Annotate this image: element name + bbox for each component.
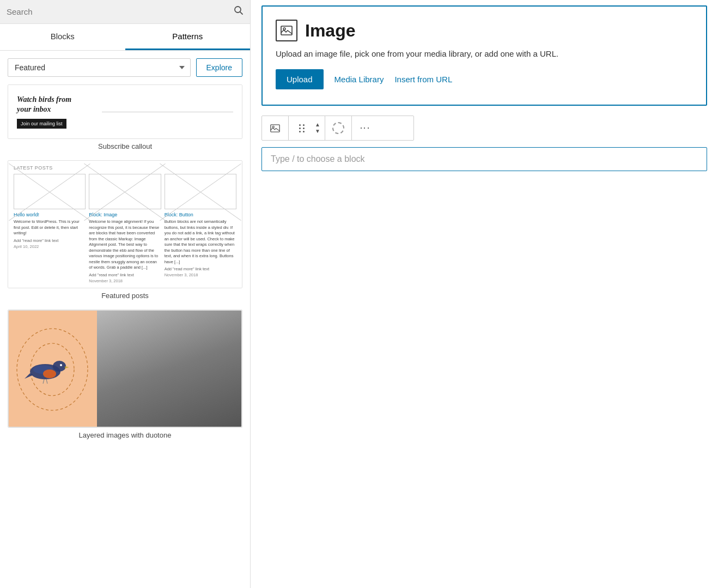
block-chooser[interactable]: Type / to choose a block: [261, 147, 707, 171]
image-block-header: Image: [276, 20, 693, 41]
post-col-1: Hello world! Welcome to WordPress. This …: [14, 174, 86, 283]
subscribe-callout-preview: Watch birds from your inbox Join our mai…: [8, 84, 242, 139]
post-readmore-3: Add "read more" link text: [165, 266, 236, 271]
svg-point-7: [43, 369, 56, 378]
featured-posts-label: Featured posts: [8, 292, 242, 300]
image-icon-box: [276, 20, 297, 41]
subscribe-callout-label: Subscribe callout: [8, 142, 242, 150]
drag-dots-icon: [298, 123, 306, 134]
move-down-btn[interactable]: ▼: [313, 128, 323, 135]
layered-image-preview: [8, 310, 242, 427]
image-actions: Upload Media Library Insert from URL: [276, 69, 693, 89]
toolbar-image-btn[interactable]: [264, 116, 286, 140]
toolbar-spinner-group: [325, 116, 352, 140]
post-date-3: November 3, 2018: [165, 272, 236, 277]
latest-posts-label: LATEST POSTS: [14, 165, 236, 171]
svg-point-9: [60, 364, 62, 366]
pattern-subscribe-callout[interactable]: Watch birds from your inbox Join our mai…: [8, 84, 242, 150]
toolbar-drag-group: ▲ ▼: [289, 116, 325, 140]
post-date-1: April 10, 2022: [14, 244, 86, 249]
drag-handle-btn[interactable]: [291, 116, 313, 140]
svg-line-1: [240, 12, 242, 14]
spinner-icon: [332, 122, 344, 134]
post-excerpt-1: Welcome to WordPress. This is your first…: [14, 219, 86, 237]
post-img-1: [14, 174, 86, 209]
right-panel: Image Upload an image file, pick one fro…: [251, 0, 718, 588]
image-block-description: Upload an image file, pick one from your…: [276, 49, 693, 58]
post-col-2: Block: Image Welcome to image alignment!…: [89, 174, 161, 283]
svg-point-16: [272, 126, 274, 128]
subscribe-title: Watch birds from your inbox: [17, 95, 88, 114]
post-readmore-2: Add "read more" link text: [89, 272, 161, 277]
svg-point-14: [283, 28, 285, 30]
block-toolbar: ▲ ▼ ⋮: [261, 116, 414, 141]
move-arrows: ▲ ▼: [313, 122, 323, 135]
spinner-btn[interactable]: [327, 116, 349, 140]
post-excerpt-2: Welcome to image alignment! If you recog…: [89, 219, 161, 271]
toolbar-image-group: [262, 116, 289, 140]
search-bar: [0, 0, 250, 24]
pattern-layered-images[interactable]: Layered images with duotone: [8, 310, 242, 439]
insert-from-url-button[interactable]: Insert from URL: [394, 75, 452, 84]
post-img-2: [89, 174, 161, 209]
post-title-1: Hello world!: [14, 212, 86, 217]
tab-patterns[interactable]: Patterns: [125, 24, 251, 50]
media-library-button[interactable]: Media Library: [334, 75, 384, 84]
svg-rect-13: [281, 26, 292, 35]
post-date-2: November 3, 2018: [89, 278, 161, 283]
explore-button[interactable]: Explore: [196, 58, 242, 77]
pattern-featured-posts[interactable]: LATEST POSTS Hello world! Welcome to Wor…: [8, 160, 242, 300]
post-title-2: Block: Image: [89, 212, 161, 217]
post-title-3: Block: Button: [165, 212, 236, 217]
svg-line-11: [43, 379, 44, 384]
svg-rect-15: [271, 124, 279, 131]
more-options-btn[interactable]: ⋮: [354, 116, 376, 140]
featured-posts-preview: LATEST POSTS Hello world! Welcome to Wor…: [8, 160, 242, 288]
search-icon: [234, 5, 244, 18]
category-row: Featured Explore: [0, 51, 250, 84]
svg-marker-10: [65, 366, 69, 368]
image-block-title: Image: [305, 21, 355, 41]
tabs-row: Blocks Patterns: [0, 24, 250, 51]
move-up-btn[interactable]: ▲: [313, 122, 323, 128]
posts-grid: Hello world! Welcome to WordPress. This …: [14, 174, 236, 283]
post-img-3: [165, 174, 236, 209]
svg-line-12: [46, 379, 47, 384]
image-block-container: Image Upload an image file, pick one fro…: [261, 5, 707, 106]
upload-button[interactable]: Upload: [276, 69, 324, 89]
post-col-3: Block: Button Button blocks are not sema…: [165, 174, 236, 283]
search-input[interactable]: [7, 7, 234, 16]
left-panel: Blocks Patterns Featured Explore Watch b…: [0, 0, 251, 588]
more-options-icon: ⋮: [359, 123, 371, 134]
toolbar-more-group: ⋮: [352, 116, 378, 140]
layered-preview-box: [8, 310, 242, 428]
post-readmore-1: Add "read more" link text: [14, 238, 86, 243]
svg-point-5: [53, 361, 66, 372]
post-excerpt-3: Button blocks are not semantically butto…: [165, 219, 236, 265]
category-select[interactable]: Featured: [8, 58, 191, 77]
subscribe-btn-small: Join our mailing list: [17, 119, 66, 129]
tab-blocks[interactable]: Blocks: [0, 24, 125, 50]
layered-images-label: Layered images with duotone: [8, 431, 242, 439]
